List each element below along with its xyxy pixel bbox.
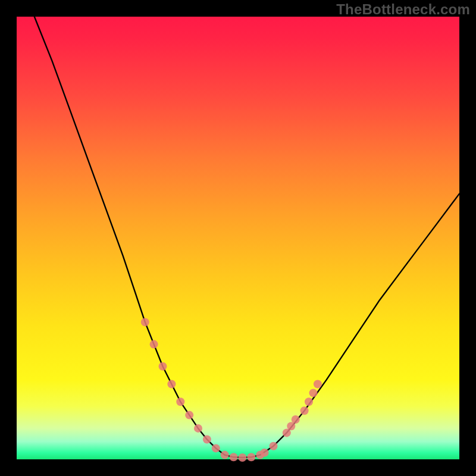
marker-point xyxy=(292,415,300,424)
marker-point xyxy=(185,411,193,419)
marker-point xyxy=(221,451,229,459)
marker-point xyxy=(194,424,202,433)
marker-point xyxy=(203,436,211,444)
marker-point xyxy=(167,380,176,389)
plot-area xyxy=(17,17,459,459)
marker-point xyxy=(309,389,318,397)
marker-point xyxy=(314,380,322,389)
marker-point xyxy=(230,453,238,461)
marker-point xyxy=(270,442,278,450)
series-left-branch xyxy=(35,17,225,455)
marker-dots xyxy=(141,318,322,462)
marker-point xyxy=(305,397,313,406)
chart-frame: TheBottleneck.com xyxy=(0,0,476,476)
marker-point xyxy=(150,340,158,349)
marker-point xyxy=(176,397,184,406)
marker-point xyxy=(247,453,255,461)
marker-point xyxy=(261,449,269,457)
marker-point xyxy=(141,318,149,326)
marker-point xyxy=(300,406,309,415)
series-right-branch xyxy=(260,194,459,455)
chart-svg xyxy=(17,17,459,459)
watermark-text: TheBottleneck.com xyxy=(336,1,470,18)
marker-point xyxy=(238,453,246,462)
marker-point xyxy=(212,444,220,452)
curve-paths xyxy=(35,17,459,458)
marker-point xyxy=(159,362,167,371)
